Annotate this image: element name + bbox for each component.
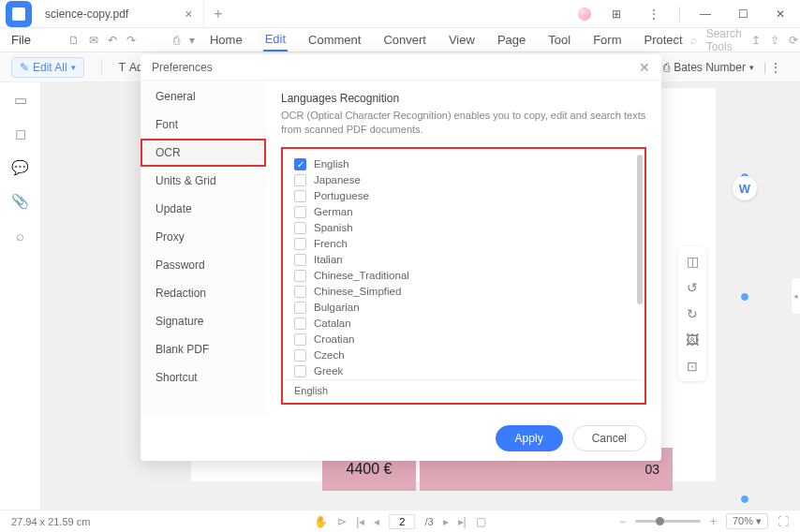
- more-icon[interactable]: ⋮: [770, 61, 781, 74]
- account-orb-icon[interactable]: [578, 7, 591, 21]
- checkbox-icon[interactable]: [294, 302, 306, 314]
- sidebar-item-general[interactable]: General: [141, 82, 266, 111]
- upload-icon[interactable]: ↥: [751, 34, 761, 47]
- language-list[interactable]: ✓EnglishJapanesePortugueseGermanSpanishF…: [285, 151, 643, 379]
- language-row[interactable]: Portuguese: [294, 188, 633, 204]
- language-row[interactable]: Bulgarian: [294, 300, 633, 316]
- search-tools-input[interactable]: Search Tools: [706, 27, 742, 53]
- language-row[interactable]: Czech: [294, 347, 633, 363]
- language-row[interactable]: Catalan: [294, 316, 633, 332]
- menu-item-convert[interactable]: Convert: [381, 29, 428, 51]
- checkbox-icon[interactable]: [294, 222, 306, 234]
- checkbox-icon[interactable]: [294, 286, 306, 298]
- language-row[interactable]: Chinese_Simpfied: [294, 284, 633, 300]
- print-icon[interactable]: ⎙: [173, 34, 180, 47]
- redo-icon[interactable]: ↷: [126, 34, 136, 47]
- checkbox-icon[interactable]: [294, 270, 306, 282]
- new-tab-button[interactable]: +: [204, 6, 231, 22]
- attachments-icon[interactable]: 📎: [12, 193, 29, 210]
- checkbox-icon[interactable]: [294, 190, 306, 202]
- image-icon[interactable]: 🖼: [686, 332, 699, 347]
- selection-handle[interactable]: [740, 292, 749, 302]
- cancel-button[interactable]: Cancel: [572, 425, 646, 451]
- sidebar-item-shortcut[interactable]: Shortcut: [141, 363, 266, 392]
- fit-page-icon[interactable]: ▢: [476, 515, 486, 528]
- chevron-down-icon[interactable]: ▾: [189, 34, 195, 47]
- checkbox-icon[interactable]: [294, 238, 306, 250]
- language-row[interactable]: Italian: [294, 252, 633, 268]
- language-row[interactable]: ✓English: [294, 156, 633, 172]
- menu-item-form[interactable]: Form: [591, 29, 623, 51]
- menu-item-comment[interactable]: Comment: [306, 29, 363, 51]
- save-icon[interactable]: 🗋: [68, 34, 80, 47]
- sidebar-item-redaction[interactable]: Redaction: [141, 279, 266, 307]
- apply-button[interactable]: Apply: [496, 425, 563, 451]
- mail-icon[interactable]: ✉: [89, 34, 98, 47]
- language-row[interactable]: Spanish: [294, 220, 633, 236]
- page-number-input[interactable]: [389, 514, 415, 529]
- language-row[interactable]: Chinese_Traditional: [294, 268, 633, 284]
- language-row[interactable]: French: [294, 236, 633, 252]
- comments-icon[interactable]: 💬: [12, 159, 29, 176]
- language-row[interactable]: German: [294, 204, 633, 220]
- menu-item-edit[interactable]: Edit: [263, 28, 288, 52]
- hand-tool-icon[interactable]: ✋: [314, 515, 328, 528]
- fullscreen-icon[interactable]: ⛶: [778, 515, 789, 528]
- document-tab[interactable]: science-copy.pdf ×: [37, 0, 204, 28]
- sync-icon[interactable]: ⟳: [789, 34, 798, 47]
- maximize-icon[interactable]: ☐: [731, 1, 755, 27]
- bookmarks-icon[interactable]: ◻: [12, 126, 29, 142]
- zoom-in-icon[interactable]: +: [710, 515, 717, 528]
- share-icon[interactable]: ⇪: [770, 34, 779, 47]
- add-button[interactable]: T Ad: [119, 61, 143, 74]
- language-row[interactable]: Croatian: [294, 332, 633, 347]
- checkbox-icon[interactable]: [294, 349, 306, 362]
- zoom-out-icon[interactable]: −: [619, 515, 626, 528]
- checkbox-icon[interactable]: [294, 365, 306, 377]
- undo-icon[interactable]: ↶: [108, 34, 117, 47]
- crop-icon[interactable]: ◫: [687, 254, 699, 269]
- close-window-icon[interactable]: ✕: [768, 1, 793, 27]
- rotate-left-icon[interactable]: ↺: [687, 280, 698, 295]
- prev-page-icon[interactable]: ◂: [374, 515, 379, 528]
- sidebar-item-font[interactable]: Font: [141, 111, 266, 139]
- menu-item-tool[interactable]: Tool: [546, 29, 572, 51]
- rotate-right-icon[interactable]: ↻: [687, 306, 698, 321]
- file-menu[interactable]: File: [4, 29, 38, 51]
- next-page-icon[interactable]: ▸: [443, 515, 449, 528]
- language-row[interactable]: Japanese: [294, 172, 633, 188]
- sidebar-item-blank-pdf[interactable]: Blank PDF: [141, 335, 266, 363]
- window-settings-icon[interactable]: ⊞: [604, 1, 629, 27]
- extract-icon[interactable]: ⊡: [687, 359, 698, 374]
- sidebar-item-update[interactable]: Update: [141, 195, 266, 223]
- checkbox-icon[interactable]: [294, 318, 306, 330]
- sidebar-item-signature[interactable]: Signature: [141, 307, 266, 335]
- search-panel-icon[interactable]: ⌕: [12, 227, 29, 244]
- checkbox-icon[interactable]: [294, 206, 306, 218]
- sidebar-item-ocr[interactable]: OCR: [141, 139, 266, 167]
- sidebar-item-password[interactable]: Password: [141, 251, 266, 279]
- menu-item-view[interactable]: View: [447, 29, 477, 51]
- scrollbar[interactable]: [637, 155, 643, 304]
- menu-item-page[interactable]: Page: [496, 29, 527, 51]
- sidebar-item-proxy[interactable]: Proxy: [141, 223, 266, 251]
- menu-item-home[interactable]: Home: [208, 29, 244, 51]
- zoom-percentage[interactable]: 70% ▾: [726, 513, 768, 529]
- selection-handle[interactable]: [740, 495, 749, 504]
- thumbnails-icon[interactable]: ▭: [12, 92, 29, 109]
- language-row[interactable]: Greek: [294, 363, 633, 379]
- close-dialog-icon[interactable]: ✕: [639, 60, 650, 75]
- close-tab-icon[interactable]: ×: [185, 7, 192, 22]
- checkbox-icon[interactable]: [294, 174, 306, 186]
- minimize-icon[interactable]: —: [693, 1, 718, 27]
- select-tool-icon[interactable]: ⊳: [337, 515, 347, 528]
- bates-number-button[interactable]: ⎙ Bates Number ▾ | ⋮: [656, 57, 789, 78]
- word-badge-icon[interactable]: W: [733, 176, 757, 200]
- last-page-icon[interactable]: ▸|: [458, 515, 467, 528]
- checkbox-icon[interactable]: ✓: [294, 158, 306, 170]
- more-icon[interactable]: ⋮: [642, 1, 666, 27]
- menu-item-protect[interactable]: Protect: [642, 29, 684, 51]
- expand-right-panel-icon[interactable]: ◂: [791, 277, 800, 315]
- checkbox-icon[interactable]: [294, 333, 306, 346]
- edit-all-button[interactable]: ✎ Edit All ▾: [11, 57, 84, 78]
